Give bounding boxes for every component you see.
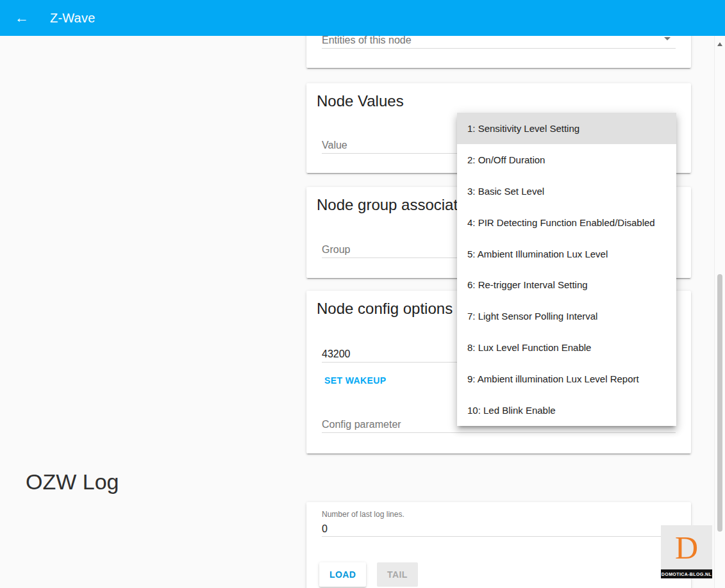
scroll-up-arrow-icon[interactable] (717, 42, 722, 46)
menu-item[interactable]: 6: Re-trigger Interval Setting (457, 269, 676, 300)
chevron-down-icon[interactable] (664, 37, 671, 40)
menu-item[interactable]: 3: Basic Set Level (457, 176, 676, 207)
menu-item[interactable]: 7: Light Sensor Polling Interval (457, 300, 676, 332)
menu-item[interactable]: 10: Led Blink Enable (457, 395, 676, 426)
watermark-text: DOMOTICA-BLOG.NL (661, 569, 712, 578)
zwave-config-page: Node Values Node group associations Node… (0, 0, 725, 588)
menu-item[interactable]: 9: Ambient illumination Lux Level Report (457, 363, 676, 395)
node-values-title: Node Values (317, 92, 404, 110)
scrollbar-track[interactable] (714, 36, 725, 588)
set-wakeup-button[interactable]: SET WAKEUP (319, 369, 392, 392)
menu-item[interactable]: 1: Sensitivity Level Setting (457, 113, 676, 144)
watermark: D DOMOTICA-BLOG.NL (661, 525, 712, 578)
ozw-log-card: Number of last log lines. LOAD TAIL (306, 502, 691, 588)
app-bar: ← Z-Wave (0, 0, 725, 36)
app-bar-title: Z-Wave (50, 11, 95, 26)
tail-button[interactable]: TAIL (377, 562, 418, 587)
back-arrow-icon[interactable]: ← (9, 5, 35, 31)
watermark-logo: D (661, 525, 712, 569)
node-config-title: Node config options (317, 300, 453, 318)
config-parameter-menu: 1: Sensitivity Level Setting 2: On/Off D… (457, 113, 676, 426)
scrollbar-thumb[interactable] (717, 274, 722, 532)
log-lines-input[interactable] (322, 521, 676, 537)
log-lines-label: Number of last log lines. (322, 510, 404, 519)
ozw-log-title: OZW Log (26, 470, 119, 494)
menu-item[interactable]: 8: Lux Level Function Enable (457, 332, 676, 363)
watermark-letter: D (675, 532, 698, 564)
menu-item[interactable]: 5: Ambient Illumination Lux Level (457, 238, 676, 270)
menu-item[interactable]: 2: On/Off Duration (457, 144, 676, 176)
menu-item[interactable]: 4: PIR Detecting Function Enabled/Disabl… (457, 207, 676, 238)
load-button[interactable]: LOAD (319, 562, 366, 587)
